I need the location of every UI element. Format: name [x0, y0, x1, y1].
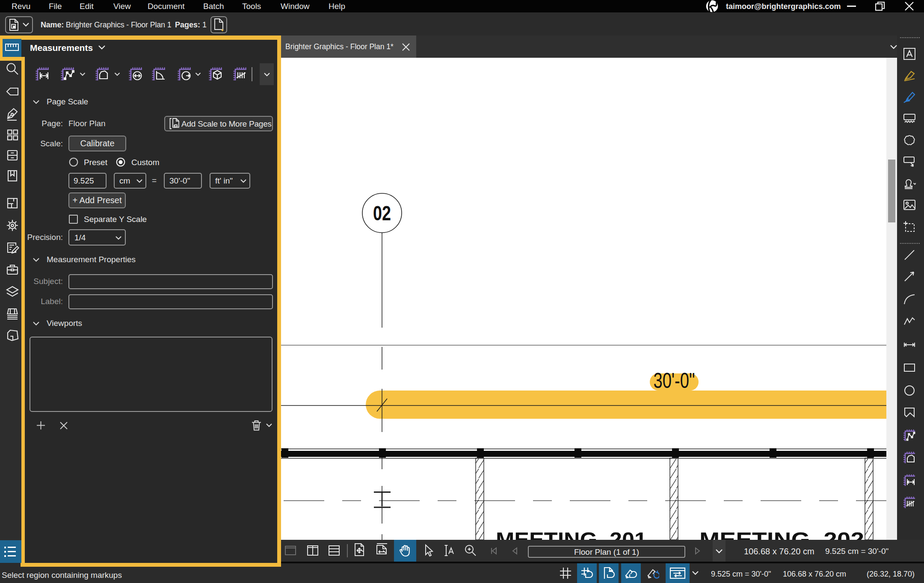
svg-text:30'-0": 30'-0" [654, 369, 695, 393]
svg-text:MEETING 202: MEETING 202 [699, 528, 864, 540]
svg-text:MEETING 201: MEETING 201 [496, 528, 647, 540]
svg-text:02: 02 [373, 201, 391, 225]
